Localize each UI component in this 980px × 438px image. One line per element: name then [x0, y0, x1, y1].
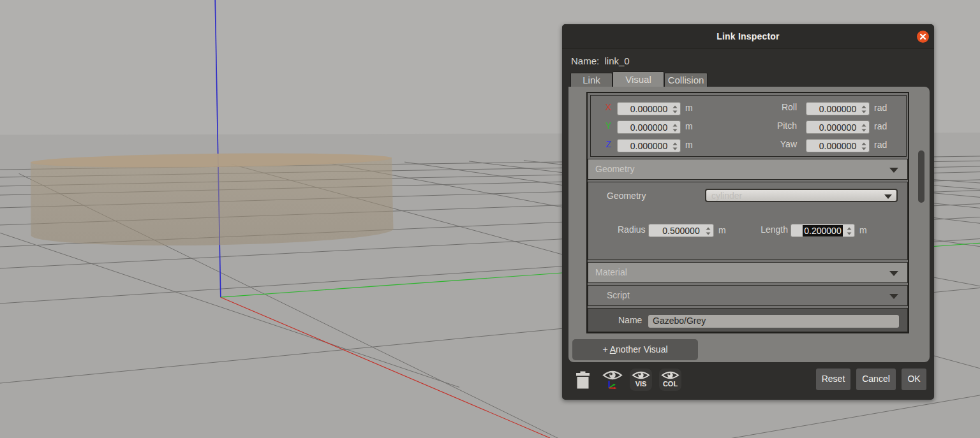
svg-text:VIS: VIS [635, 380, 647, 388]
svg-text:COL: COL [663, 380, 678, 388]
